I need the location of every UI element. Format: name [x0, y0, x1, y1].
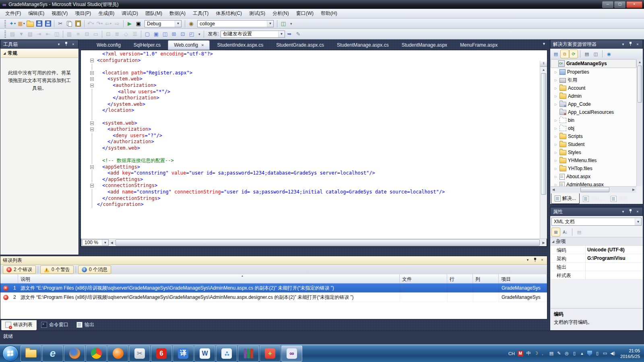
- toolbox-titlebar[interactable]: 工具箱 ▾ ×: [0, 40, 78, 49]
- clipboard-icon[interactable]: ▯: [595, 350, 600, 357]
- publish-web-icon[interactable]: ➥: [285, 30, 293, 38]
- tree-vertical-scrollbar[interactable]: ▲: [636, 59, 643, 186]
- pin-icon[interactable]: [533, 258, 537, 263]
- scroll-up-icon[interactable]: ▲: [540, 67, 547, 73]
- ime-mode[interactable]: M: [518, 351, 523, 356]
- new-project-button[interactable]: ✦▾: [8, 20, 17, 28]
- close-icon[interactable]: ×: [540, 258, 545, 263]
- error-list-titlebar[interactable]: 错误列表 ▾ ×: [0, 256, 547, 265]
- editor-tool-icon-7[interactable]: ▥: [65, 30, 73, 38]
- document-tab-studentmanage-aspx[interactable]: StudentManage.aspx: [396, 41, 453, 50]
- menu-item-编辑E[interactable]: 编辑(E): [25, 9, 48, 18]
- view-code-icon[interactable]: ▤: [583, 50, 591, 58]
- editor-tool-icon-11[interactable]: ⊡: [104, 30, 112, 38]
- minimize-button[interactable]: ─: [602, 1, 613, 8]
- taskbar-netease-music[interactable]: 6: [151, 346, 172, 362]
- close-icon[interactable]: ×: [71, 42, 76, 46]
- expand-arrow-icon[interactable]: ▷: [554, 119, 558, 122]
- expand-arrow-icon[interactable]: ▷: [554, 175, 558, 179]
- scrollbar-thumb[interactable]: [116, 239, 540, 246]
- ime-language[interactable]: CH: [508, 350, 515, 357]
- tree-item-Account[interactable]: ▷Account: [551, 84, 636, 92]
- pin-icon[interactable]: [628, 42, 633, 47]
- editor-tool-icon-4[interactable]: ⇥: [35, 30, 43, 38]
- tree-item-Student[interactable]: ▷Student: [551, 140, 636, 148]
- expand-arrow-icon[interactable]: ▷: [554, 86, 558, 90]
- fold-collapse-icon[interactable]: [90, 128, 94, 131]
- cut-button[interactable]: ✂: [56, 20, 64, 28]
- taskbar-feed-reader[interactable]: ஃ: [216, 346, 237, 362]
- editor-tool-icon-5[interactable]: ⇤: [44, 30, 52, 38]
- toolbar-grip[interactable]: [4, 31, 6, 38]
- search-combo[interactable]: colloge ▼: [197, 20, 274, 27]
- document-tab-sqlhelper-cs[interactable]: SqlHelper.cs: [128, 41, 166, 50]
- property-category[interactable]: ◢ 杂项: [550, 237, 643, 246]
- filter-warning-button[interactable]: 0 个警告: [40, 265, 74, 274]
- fold-gutter[interactable]: [90, 76, 95, 82]
- error-header-行[interactable]: 行: [447, 274, 473, 283]
- taskbar-visual-studio[interactable]: ∞: [281, 346, 302, 362]
- editor-tool-icon-14[interactable]: ☰: [131, 30, 139, 38]
- expand-arrow-icon[interactable]: ▷: [554, 103, 558, 106]
- taskbar-firefox[interactable]: [64, 346, 85, 362]
- tree-item-Styles[interactable]: ▷Styles: [551, 148, 636, 156]
- format-tool-icon-6[interactable]: ◰: [188, 30, 196, 38]
- editor-tool-icon-8[interactable]: ≡: [74, 30, 82, 38]
- night-mode-icon[interactable]: ☽: [534, 350, 539, 357]
- scrollbar-thumb[interactable]: [541, 73, 546, 195]
- error-header-说明[interactable]: 说明: [18, 274, 400, 283]
- tab-overflow-button[interactable]: ▼: [542, 42, 546, 46]
- close-icon[interactable]: ×: [635, 210, 640, 214]
- document-tab-web-config[interactable]: Web.config×: [168, 40, 210, 50]
- splitter-handle[interactable]: ⇕: [540, 61, 547, 67]
- document-tab-menuframe-aspx[interactable]: MenuFrame.aspx: [454, 41, 503, 50]
- document-tab-studentmanage-aspx-cs[interactable]: StudentManage.aspx.cs: [331, 41, 394, 50]
- clock[interactable]: 21:05 2016/5/25: [620, 348, 640, 359]
- view-in-browser-icon[interactable]: ◉: [605, 50, 613, 58]
- fold-collapse-icon[interactable]: [90, 71, 94, 75]
- tree-item-GradeManageSys[interactable]: GradeManageSys: [551, 59, 636, 68]
- navigate-forward-button[interactable]: ⇨: [113, 20, 121, 28]
- menu-item-调试D[interactable]: 调试(D): [118, 9, 142, 18]
- scrollbar-thumb[interactable]: [638, 66, 642, 103]
- close-icon[interactable]: ×: [635, 42, 640, 46]
- build-page-button[interactable]: ▣: [134, 20, 142, 28]
- panel-tab-服务[interactable]: 服务...: [607, 193, 635, 204]
- fold-gutter[interactable]: [90, 70, 95, 76]
- menu-item-测试S[interactable]: 测试(S): [246, 9, 269, 18]
- menu-item-分析N[interactable]: 分析(N): [269, 9, 293, 18]
- format-tool-icon-4[interactable]: ⊞: [170, 30, 178, 38]
- expand-arrow-icon[interactable]: ▷: [554, 159, 558, 162]
- tool-tab-错误列表[interactable]: 错误列表: [1, 320, 37, 331]
- tree-item-YHMenu.files[interactable]: ▷YHMenu.files: [551, 156, 636, 165]
- navigate-backward-button[interactable]: ⇦▾: [104, 20, 112, 28]
- start-debugging-button[interactable]: ▶: [126, 20, 134, 28]
- show-all-files-icon[interactable]: ⧉: [561, 50, 569, 58]
- menu-item-视图V[interactable]: 视图(V): [48, 9, 71, 18]
- magnifier-icon[interactable]: ◎: [564, 350, 569, 357]
- toolbar-grip[interactable]: [4, 20, 6, 27]
- window-titlebar[interactable]: ∞ GradeManageSys - Microsoft Visual Stud…: [0, 0, 644, 9]
- taskbar-youdao-dict[interactable]: 译: [173, 346, 194, 362]
- tree-item-YHTop.files[interactable]: ▷YHTop.files: [551, 165, 636, 173]
- editor-tool-icon-12[interactable]: ≣: [113, 30, 121, 38]
- property-row-架构[interactable]: 架构G:\Program\Visu: [550, 254, 643, 263]
- document-tab-studentgrade-aspx-cs[interactable]: StudentGrade.aspx.cs: [270, 41, 330, 50]
- taskbar-screen-capture-tool[interactable]: ✂: [129, 346, 150, 362]
- expand-arrow-icon[interactable]: ▷: [554, 70, 558, 74]
- property-row-输出[interactable]: 输出: [550, 263, 643, 271]
- close-button[interactable]: ×: [626, 1, 642, 8]
- menu-item-帮助H[interactable]: 帮助(H): [317, 9, 341, 18]
- menu-item-工具T[interactable]: 工具(T): [189, 9, 212, 18]
- scroll-left-icon[interactable]: ◀: [109, 240, 115, 246]
- tree-item-obj[interactable]: ▷obj: [551, 124, 636, 132]
- keyboard-icon[interactable]: ▤: [549, 350, 554, 357]
- categorized-icon[interactable]: ⊞: [552, 228, 560, 236]
- taskbar-sticky-notes[interactable]: +: [260, 346, 281, 362]
- toolbox-category-general[interactable]: ◢ 常规: [1, 49, 78, 58]
- tree-item-About.aspx[interactable]: ▷About.aspx: [551, 173, 636, 181]
- paste-button[interactable]: [74, 20, 82, 28]
- fold-gutter[interactable]: [90, 164, 95, 171]
- properties-window-icon[interactable]: ▤: [552, 50, 560, 58]
- taskbar-winrar[interactable]: [238, 346, 259, 362]
